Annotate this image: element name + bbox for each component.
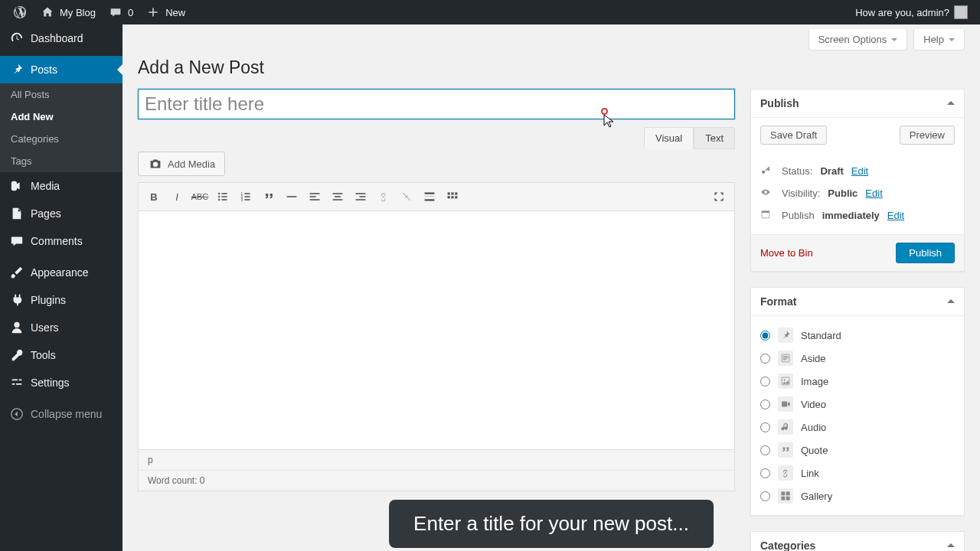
submenu-all-posts[interactable]: All Posts [0, 83, 122, 106]
sidebar-item-tools[interactable]: Tools [0, 341, 122, 369]
format-option-standard[interactable]: Standard [760, 324, 955, 347]
svg-rect-12 [244, 199, 250, 201]
wordpress-icon [12, 5, 28, 20]
svg-point-32 [762, 171, 765, 174]
tab-text[interactable]: Text [694, 127, 735, 149]
toolbar-toggle-button[interactable] [442, 186, 463, 207]
format-option-video[interactable]: Video [760, 393, 955, 416]
tab-visual[interactable]: Visual [644, 127, 694, 149]
sidebar-item-posts[interactable]: Posts [0, 56, 122, 83]
publish-button[interactable]: Publish [896, 243, 955, 263]
format-radio[interactable] [760, 468, 770, 478]
edit-status-link[interactable]: Edit [851, 165, 868, 177]
format-option-audio[interactable]: Audio [760, 416, 955, 439]
sidebar-item-appearance[interactable]: Appearance [0, 259, 122, 286]
new-content-menu[interactable]: New [139, 0, 191, 24]
strikethrough-button[interactable]: ABC [189, 186, 211, 207]
svg-rect-22 [356, 199, 366, 201]
chevron-up-icon[interactable] [947, 540, 955, 547]
sidebar-item-media[interactable]: Media [0, 172, 122, 200]
read-more-button[interactable] [419, 186, 440, 207]
hr-button[interactable] [281, 186, 302, 207]
unlink-button[interactable] [396, 186, 417, 207]
format-option-gallery[interactable]: Gallery [760, 484, 955, 507]
edit-visibility-link[interactable]: Edit [865, 187, 882, 199]
sidebar-item-dashboard[interactable]: Dashboard [0, 24, 122, 52]
edit-schedule-link[interactable]: Edit [887, 210, 904, 221]
svg-rect-43 [786, 491, 790, 495]
sidebar-item-label: Posts [31, 64, 57, 76]
link-button[interactable] [373, 186, 394, 207]
publish-box-title[interactable]: Publish [751, 90, 964, 118]
format-option-quote[interactable]: Quote [760, 439, 955, 461]
format-option-link[interactable]: Link [760, 461, 955, 484]
home-icon [40, 5, 55, 20]
format-label: Aside [801, 353, 826, 364]
sidebar-item-label: Comments [31, 235, 83, 247]
chevron-up-icon[interactable] [947, 97, 955, 105]
submenu-categories[interactable]: Categories [0, 128, 122, 150]
format-radio[interactable] [760, 399, 770, 409]
image-format-icon [778, 373, 793, 389]
sidebar-item-label: Pages [31, 207, 61, 220]
sidebar-item-comments[interactable]: Comments [0, 227, 122, 255]
sidebar-item-settings[interactable]: Settings [0, 369, 122, 396]
collapse-menu[interactable]: Collapse menu [0, 400, 122, 428]
bulleted-list-button[interactable] [212, 186, 234, 207]
bold-button[interactable]: B [143, 186, 165, 207]
format-radio[interactable] [760, 331, 770, 341]
gallery-format-icon [778, 488, 793, 504]
greeting: How are you, admin? [855, 7, 949, 18]
chevron-up-icon[interactable] [947, 295, 955, 303]
sidebar-item-users[interactable]: Users [0, 314, 122, 341]
blockquote-button[interactable] [258, 186, 279, 207]
screen-options-button[interactable]: Screen Options [808, 29, 908, 51]
sidebar-item-label: Plugins [31, 294, 66, 306]
format-radio[interactable] [760, 377, 770, 386]
help-button[interactable]: Help [913, 29, 965, 51]
add-media-button[interactable]: Add Media [138, 152, 225, 176]
pin-icon [9, 62, 24, 77]
align-right-button[interactable] [350, 186, 371, 207]
sidebar-item-plugins[interactable]: Plugins [0, 286, 122, 314]
svg-rect-16 [310, 199, 320, 201]
account-menu[interactable]: How are you, admin? [849, 0, 974, 24]
svg-rect-25 [425, 199, 435, 201]
editor-toolbar: B I ABC 123 [138, 182, 735, 211]
align-left-button[interactable] [304, 186, 325, 207]
svg-rect-4 [221, 196, 227, 197]
format-box-title[interactable]: Format [751, 288, 964, 316]
save-draft-button[interactable]: Save Draft [760, 126, 827, 145]
svg-rect-34 [762, 211, 769, 213]
format-radio[interactable] [760, 354, 770, 364]
site-name-menu[interactable]: My Blog [34, 0, 102, 24]
format-radio[interactable] [760, 445, 770, 455]
sidebar-item-pages[interactable]: Pages [0, 200, 122, 227]
format-box: Format StandardAsideImageVideoAudioQuote… [750, 287, 965, 516]
svg-text:3: 3 [241, 198, 243, 202]
categories-box-title[interactable]: Categories [751, 532, 964, 551]
format-option-aside[interactable]: Aside [760, 347, 955, 370]
format-radio[interactable] [760, 491, 770, 501]
svg-point-5 [218, 199, 220, 201]
chevron-down-icon [891, 38, 897, 44]
fullscreen-button[interactable] [708, 186, 730, 207]
svg-rect-14 [310, 193, 320, 194]
comments-menu[interactable]: 0 [102, 0, 139, 24]
format-radio[interactable] [760, 422, 770, 432]
italic-button[interactable]: I [166, 186, 188, 207]
numbered-list-button[interactable]: 123 [235, 186, 256, 207]
svg-rect-42 [781, 491, 785, 495]
svg-rect-2 [221, 193, 227, 194]
wp-logo-menu[interactable] [6, 0, 34, 24]
submenu-tags[interactable]: Tags [0, 150, 122, 172]
align-center-button[interactable] [327, 186, 348, 207]
format-option-image[interactable]: Image [760, 370, 955, 393]
svg-rect-28 [455, 192, 457, 194]
move-to-bin-link[interactable]: Move to Bin [760, 247, 813, 259]
post-title-input[interactable] [138, 89, 735, 119]
preview-button[interactable]: Preview [900, 126, 955, 145]
editor-textarea[interactable] [138, 211, 735, 450]
sidebar-item-label: Tools [31, 349, 56, 361]
submenu-add-new[interactable]: Add New [0, 106, 122, 128]
